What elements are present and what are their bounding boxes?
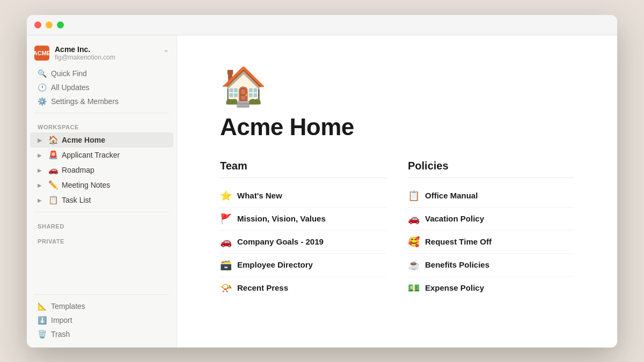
sidebar-item-meeting-notes[interactable]: ▶ ✏️ Meeting Notes: [30, 178, 173, 193]
page-title: Acme Home: [220, 114, 574, 141]
list-item[interactable]: 💵 Expense Policy: [408, 277, 574, 299]
list-item[interactable]: 🚗 Company Goals - 2019: [220, 231, 386, 254]
sidebar-item-task-list[interactable]: ▶ 📋 Task List: [30, 193, 173, 208]
sidebar-item-settings[interactable]: ⚙️ Settings & Members: [30, 94, 173, 108]
list-item[interactable]: 📯 Recent Press: [220, 277, 386, 299]
workspace-section-label: WORKSPACE: [27, 117, 177, 132]
list-item[interactable]: 🚗 Vacation Policy: [408, 208, 574, 231]
minimize-button[interactable]: [46, 21, 53, 28]
workspace-name: Acme Inc.: [55, 45, 158, 54]
app-window: ACME Acme Inc. fig@makenotion.com ⌃ 🔍 Qu…: [27, 15, 617, 348]
policies-column: Policies 📋 Office Manual 🚗 Vacation Poli…: [408, 160, 574, 299]
star-icon: ⭐: [220, 190, 232, 202]
press-icon: 📯: [220, 282, 232, 294]
private-section-label: PRIVATE: [27, 232, 177, 247]
team-column: Team ⭐ What's New 🚩 Mission, Vision, Val…: [220, 160, 386, 299]
directory-icon: 🗃️: [220, 259, 232, 271]
list-item[interactable]: 📋 Office Manual: [408, 184, 574, 208]
sidebar-item-import[interactable]: ⬇️ Import: [30, 313, 173, 327]
chevron-icon: ▶: [38, 137, 45, 143]
tracker-icon: 🚨: [48, 150, 58, 160]
sidebar-divider: [34, 113, 169, 113]
titlebar: [27, 15, 617, 35]
list-item[interactable]: ☕ Benefits Policies: [408, 254, 574, 277]
trash-icon: 🗑️: [38, 330, 46, 338]
templates-icon: 📐: [38, 302, 46, 311]
sidebar-item-templates[interactable]: 📐 Templates: [30, 299, 173, 313]
chevron-icon: ⌃: [163, 49, 169, 57]
list-item[interactable]: ⭐ What's New: [220, 184, 386, 208]
list-item[interactable]: 🗃️ Employee Directory: [220, 254, 386, 277]
sidebar-item-trash[interactable]: 🗑️ Trash: [30, 327, 173, 341]
sidebar-divider-3: [34, 294, 169, 295]
import-icon: ⬇️: [38, 316, 46, 324]
expense-icon: 💵: [408, 282, 420, 294]
search-icon: 🔍: [38, 69, 46, 78]
gear-icon: ⚙️: [38, 97, 46, 106]
app-body: ACME Acme Inc. fig@makenotion.com ⌃ 🔍 Qu…: [27, 35, 617, 348]
shared-section-label: SHARED: [27, 217, 177, 232]
page-icon: 🏠: [220, 68, 574, 105]
list-item[interactable]: 🥰 Request Time Off: [408, 231, 574, 254]
close-button[interactable]: [34, 21, 41, 28]
tasklist-icon: 📋: [48, 195, 58, 205]
timeoff-icon: 🥰: [408, 236, 420, 248]
team-list: ⭐ What's New 🚩 Mission, Vision, Values 🚗…: [220, 184, 386, 299]
traffic-lights: [34, 21, 64, 28]
notes-icon: ✏️: [48, 180, 58, 190]
sidebar-divider-2: [34, 212, 169, 212]
sidebar-bottom: 📐 Templates ⬇️ Import 🗑️ Trash: [27, 286, 177, 341]
car-icon: 🚗: [220, 236, 232, 248]
workspace-email: fig@makenotion.com: [55, 54, 158, 61]
manual-icon: 📋: [408, 190, 420, 202]
home-icon: 🏠: [48, 135, 58, 145]
chevron-icon: ▶: [38, 182, 45, 188]
sidebar-item-applicant-tracker[interactable]: ▶ 🚨 Applicant Tracker: [30, 147, 173, 162]
sidebar-item-roadmap[interactable]: ▶ 🚗 Roadmap: [30, 162, 173, 178]
workspace-header[interactable]: ACME Acme Inc. fig@makenotion.com ⌃: [27, 42, 177, 67]
chevron-icon: ▶: [38, 167, 45, 173]
team-heading: Team: [220, 160, 386, 178]
sidebar-item-all-updates[interactable]: 🕐 All Updates: [30, 80, 173, 94]
policies-list: 📋 Office Manual 🚗 Vacation Policy 🥰 Requ…: [408, 184, 574, 299]
main-content: 🏠 Acme Home Team ⭐ What's New 🚩 Mission,…: [177, 35, 617, 348]
content-grid: Team ⭐ What's New 🚩 Mission, Vision, Val…: [220, 160, 574, 299]
sidebar-item-quick-find[interactable]: 🔍 Quick Find: [30, 67, 173, 80]
vacation-icon: 🚗: [408, 213, 420, 225]
list-item[interactable]: 🚩 Mission, Vision, Values: [220, 208, 386, 231]
flag-icon: 🚩: [220, 213, 232, 225]
maximize-button[interactable]: [57, 21, 64, 28]
chevron-icon: ▶: [38, 197, 45, 203]
policies-heading: Policies: [408, 160, 574, 178]
sidebar: ACME Acme Inc. fig@makenotion.com ⌃ 🔍 Qu…: [27, 35, 177, 348]
benefits-icon: ☕: [408, 259, 420, 271]
sidebar-item-acme-home[interactable]: ▶ 🏠 Acme Home: [30, 132, 173, 147]
workspace-logo: ACME: [34, 46, 49, 61]
workspace-info: Acme Inc. fig@makenotion.com: [55, 45, 158, 62]
roadmap-icon: 🚗: [48, 165, 58, 175]
clock-icon: 🕐: [38, 83, 46, 92]
chevron-icon: ▶: [38, 152, 45, 158]
